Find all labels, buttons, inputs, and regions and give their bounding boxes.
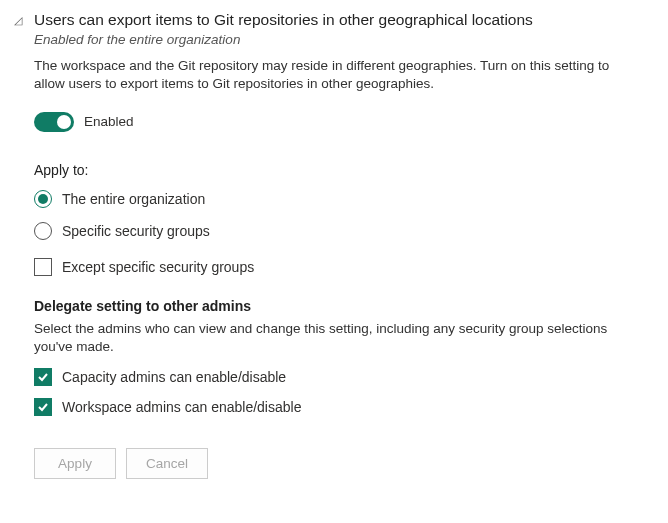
setting-subtitle: Enabled for the entire organization [34, 32, 648, 47]
radio-icon [34, 190, 52, 208]
checkbox-icon [34, 368, 52, 386]
toggle-label: Enabled [84, 114, 134, 129]
setting-description: The workspace and the Git repository may… [34, 57, 634, 93]
radio-entire-org[interactable]: The entire organization [34, 190, 648, 208]
checkbox-label: Workspace admins can enable/disable [62, 399, 301, 415]
radio-specific-groups[interactable]: Specific security groups [34, 222, 648, 240]
checkbox-icon [34, 398, 52, 416]
checkbox-except-groups[interactable]: Except specific security groups [34, 258, 648, 276]
delegate-description: Select the admins who can view and chang… [34, 320, 634, 356]
checkbox-capacity-admins[interactable]: Capacity admins can enable/disable [34, 368, 648, 386]
radio-icon [34, 222, 52, 240]
cancel-button[interactable]: Cancel [126, 448, 208, 479]
enabled-toggle[interactable] [34, 112, 74, 132]
setting-title: Users can export items to Git repositori… [34, 10, 648, 30]
apply-button[interactable]: Apply [34, 448, 116, 479]
radio-label: The entire organization [62, 191, 205, 207]
delegate-title: Delegate setting to other admins [34, 298, 648, 314]
checkbox-icon [34, 258, 52, 276]
collapse-icon[interactable]: ◿ [14, 14, 26, 27]
radio-label: Specific security groups [62, 223, 210, 239]
checkbox-label: Except specific security groups [62, 259, 254, 275]
checkbox-workspace-admins[interactable]: Workspace admins can enable/disable [34, 398, 648, 416]
checkbox-label: Capacity admins can enable/disable [62, 369, 286, 385]
apply-to-title: Apply to: [34, 162, 648, 178]
